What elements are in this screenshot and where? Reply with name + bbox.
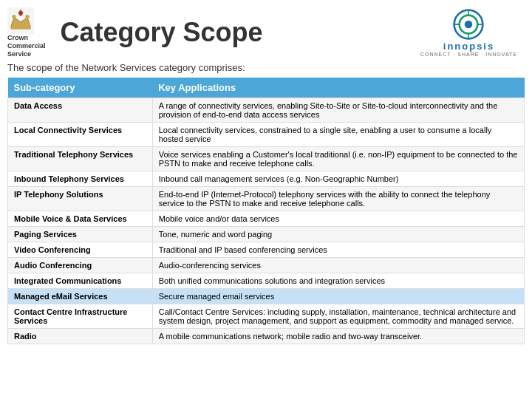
sub-category-cell: Data Access — [8, 98, 153, 123]
key-applications-cell: Voice services enabling a Customer's loc… — [152, 147, 524, 171]
innopsis-tagline: CONNECT · SHARE · INNOVATE — [420, 52, 517, 57]
key-applications-cell: Mobile voice and/or data services — [152, 211, 524, 227]
page-title: Category Scope — [61, 17, 263, 48]
key-applications-cell: Call/Contact Centre Services: including … — [152, 304, 524, 329]
key-applications-cell: End-to-end IP (Internet-Protocol) teleph… — [152, 187, 524, 211]
svg-rect-5 — [11, 27, 31, 30]
table-row: Integrated CommunicationsBoth unified co… — [8, 273, 525, 289]
innopsis-logo: innopsis CONNECT · SHARE · INNOVATE — [420, 8, 517, 57]
table-row: Traditional Telephony ServicesVoice serv… — [8, 147, 525, 171]
col-header-key: Key Applications — [152, 78, 524, 98]
sub-category-cell: Radio — [8, 329, 153, 344]
key-applications-cell: Both unified communications solutions an… — [152, 273, 524, 289]
sub-category-cell: IP Telephony Solutions — [8, 187, 153, 211]
table-row: Data AccessA range of connectivity servi… — [8, 98, 525, 123]
svg-point-2 — [12, 15, 16, 18]
ccs-logo: Crown Commercial Service — [7, 7, 46, 58]
table-row: RadioA mobile communications network; mo… — [8, 329, 525, 344]
table-row: Managed eMail ServicesSecure managed ema… — [8, 289, 525, 304]
sub-category-cell: Video Conferencing — [8, 242, 153, 258]
key-applications-cell: Local connectivity services, constrained… — [152, 123, 524, 147]
table-row: Inbound Telephony ServicesInbound call m… — [8, 171, 525, 187]
innopsis-icon — [452, 8, 485, 41]
col-header-sub: Sub-category — [8, 78, 153, 98]
header-left: Crown Commercial Service Category Scope — [7, 7, 263, 58]
sub-category-cell: Integrated Communications — [8, 273, 153, 289]
key-applications-cell: Tone, numeric and word paging — [152, 227, 524, 242]
subtitle: The scope of the Network Services catego… — [0, 62, 532, 78]
sub-category-cell: Traditional Telephony Services — [8, 147, 153, 171]
table-row: Video ConferencingTraditional and IP bas… — [8, 242, 525, 258]
page-header: Crown Commercial Service Category Scope … — [0, 0, 532, 62]
table-row: Paging ServicesTone, numeric and word pa… — [8, 227, 525, 242]
key-applications-cell: A range of connectivity services, enabli… — [152, 98, 524, 123]
innopsis-brand: innopsis — [443, 41, 494, 52]
key-applications-cell: Secure managed email services — [152, 289, 524, 304]
table-row: IP Telephony SolutionsEnd-to-end IP (Int… — [8, 187, 525, 211]
ccs-text: Crown Commercial Service — [7, 34, 46, 58]
key-applications-cell: Inbound call management services (e.g. N… — [152, 171, 524, 187]
table-row: Contact Centre Infrastructure ServicesCa… — [8, 304, 525, 329]
sub-category-cell: Managed eMail Services — [8, 289, 153, 304]
sub-category-cell: Local Connectivity Services — [8, 123, 153, 147]
table-row: Audio ConferencingAudio-conferencing ser… — [8, 258, 525, 273]
sub-category-cell: Contact Centre Infrastructure Services — [8, 304, 153, 329]
sub-category-cell: Audio Conferencing — [8, 258, 153, 273]
table-row: Mobile Voice & Data ServicesMobile voice… — [8, 211, 525, 227]
key-applications-cell: Traditional and IP based conferencing se… — [152, 242, 524, 258]
svg-point-4 — [25, 15, 29, 18]
sub-category-cell: Mobile Voice & Data Services — [8, 211, 153, 227]
sub-category-cell: Paging Services — [8, 227, 153, 242]
svg-point-9 — [465, 21, 473, 29]
table-body: Data AccessA range of connectivity servi… — [8, 98, 525, 344]
table-row: Local Connectivity ServicesLocal connect… — [8, 123, 525, 147]
crown-icon — [7, 7, 34, 34]
table-header: Sub-category Key Applications — [8, 78, 525, 98]
sub-category-cell: Inbound Telephony Services — [8, 171, 153, 187]
key-applications-cell: Audio-conferencing services — [152, 258, 524, 273]
category-table: Sub-category Key Applications Data Acces… — [7, 78, 525, 344]
key-applications-cell: A mobile communications network; mobile … — [152, 329, 524, 344]
